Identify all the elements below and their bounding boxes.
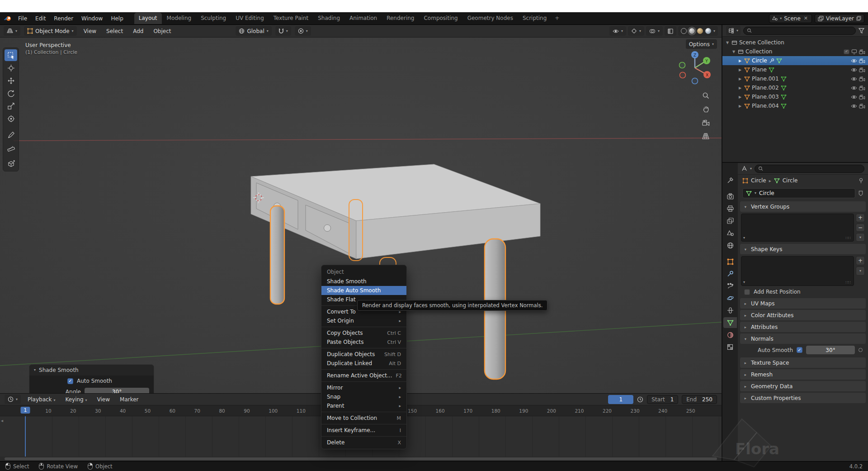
outliner-item-plane-003[interactable]: ▶ Plane.003	[722, 92, 868, 101]
pan-hand-icon[interactable]	[700, 104, 712, 114]
specials-menu-icon[interactable]: ▾	[856, 233, 865, 242]
scale-tool[interactable]	[5, 100, 17, 112]
section-uv-maps[interactable]: ▸ UV Maps	[740, 298, 866, 309]
tab-sculpting[interactable]: Sculpting	[196, 13, 231, 24]
menu-item-mirror[interactable]: Mirror▸	[321, 383, 406, 392]
menu-marker[interactable]: Marker	[117, 395, 142, 404]
auto-smooth-angle-slider[interactable]: 30°	[806, 346, 855, 354]
menu-edit[interactable]: Edit	[32, 14, 49, 23]
viewport-visibility-icon[interactable]	[851, 49, 857, 54]
outliner-search-input[interactable]	[743, 27, 856, 35]
menu-select[interactable]: Select	[103, 27, 126, 36]
tab-animation[interactable]: Animation	[345, 13, 382, 24]
menu-view-timeline[interactable]: View	[94, 395, 113, 404]
tab-scene[interactable]	[723, 228, 737, 238]
tab-compositing[interactable]: Compositing	[419, 13, 462, 24]
menu-render[interactable]: Render	[50, 14, 77, 23]
operator-panel-header[interactable]: ▾ Shade Smooth	[29, 365, 154, 376]
zoom-icon[interactable]	[700, 90, 712, 101]
fake-user-shield-icon[interactable]	[858, 190, 863, 196]
close-icon[interactable]: ✕	[803, 15, 809, 21]
overlays-dropdown[interactable]: ▾	[646, 26, 663, 36]
expand-icon[interactable]: ▼	[731, 50, 736, 54]
start-frame-field[interactable]: Start1	[647, 395, 678, 404]
menu-object[interactable]: Object	[150, 27, 174, 36]
expand-icon[interactable]: ▶	[738, 104, 742, 108]
timeline-editor-type-button[interactable]: ▾	[5, 395, 21, 404]
expand-icon[interactable]: ▶	[738, 95, 742, 99]
current-frame-field[interactable]: 1	[608, 395, 633, 404]
hide-eye-icon[interactable]	[851, 77, 857, 81]
tab-constraints[interactable]	[723, 305, 737, 316]
gizmo-z-negative[interactable]	[692, 78, 698, 84]
hide-eye-icon[interactable]	[851, 68, 857, 72]
tab-material[interactable]	[723, 329, 737, 340]
section-geometry-data[interactable]: ▸ Geometry Data	[740, 381, 866, 391]
move-tool[interactable]	[5, 75, 17, 86]
end-frame-field[interactable]: End250	[682, 395, 717, 404]
properties-search-input[interactable]	[755, 165, 864, 173]
camera-view-icon[interactable]	[700, 117, 712, 128]
expand-icon[interactable]: ▶	[738, 86, 742, 90]
breadcrumb-object[interactable]: Circle	[751, 177, 766, 184]
menu-item-duplicate-objects[interactable]: Duplicate ObjectsShift D	[321, 350, 406, 359]
gizmos-dropdown[interactable]: ▾	[628, 26, 644, 36]
timeline-scrollbar[interactable]	[5, 457, 717, 460]
breadcrumb-data[interactable]: Circle	[783, 177, 798, 184]
menu-item-snap[interactable]: Snap▸	[321, 392, 406, 401]
outliner-item-collection[interactable]: ▼ Collection ✓	[722, 47, 868, 56]
keyframe-decorator-icon[interactable]	[859, 348, 863, 352]
navigation-gizmo[interactable]: Z Y X	[676, 49, 714, 87]
editor-type-button[interactable]: ▾	[4, 26, 20, 36]
mesh-data-icon[interactable]	[774, 178, 780, 183]
tab-layout[interactable]: Layout	[134, 13, 162, 24]
menu-item-set-origin[interactable]: Set Origin▸	[321, 316, 406, 325]
add-icon[interactable]: +	[856, 214, 865, 222]
add-rest-position-checkbox[interactable]	[744, 289, 750, 295]
shape-keys-list[interactable]: ▾∷∷	[741, 256, 854, 286]
disable-render-icon[interactable]	[859, 67, 865, 72]
mode-dropdown[interactable]: Object Mode ▾	[24, 26, 77, 36]
disable-render-icon[interactable]	[859, 104, 865, 109]
expand-icon[interactable]: ▶	[738, 77, 742, 81]
disable-render-icon[interactable]	[859, 86, 865, 90]
disable-render-icon[interactable]	[859, 95, 865, 100]
filter-expand-icon[interactable]: ▾	[743, 236, 745, 240]
tab-particles[interactable]	[723, 281, 737, 291]
tab-world[interactable]	[723, 240, 737, 251]
menu-help[interactable]: Help	[107, 14, 127, 23]
tab-output[interactable]	[723, 203, 737, 214]
render-visibility-icon[interactable]	[859, 49, 865, 54]
tab-modeling[interactable]: Modeling	[162, 13, 196, 24]
rendered-shading-button[interactable]	[705, 28, 711, 34]
expand-icon[interactable]: ▶	[738, 59, 742, 63]
tab-geometry-nodes[interactable]: Geometry Nodes	[463, 13, 518, 24]
outliner-item-circle[interactable]: ▶ Circle	[722, 56, 868, 65]
annotate-tool[interactable]	[5, 129, 17, 141]
vertex-groups-list[interactable]: ▾∷∷	[741, 214, 854, 242]
scene-selector[interactable]: ▾ Scene ✕	[769, 14, 812, 23]
outliner-item-plane-001[interactable]: ▶ Plane.001	[722, 74, 868, 83]
menu-item-move-to-collection[interactable]: Move to CollectionM	[321, 414, 406, 423]
add-workspace-button[interactable]: +	[552, 13, 562, 24]
show-gizmo-dropdown[interactable]: ▾	[609, 26, 626, 36]
hide-eye-icon[interactable]	[851, 59, 857, 63]
tab-texture-paint[interactable]: Texture Paint	[269, 13, 313, 24]
outliner-editor-type-button[interactable]: ▾	[726, 26, 741, 35]
menu-item-delete[interactable]: DeleteX	[321, 438, 406, 447]
options-button[interactable]: Options ▾	[686, 39, 717, 49]
properties-editor-icon[interactable]	[741, 166, 747, 171]
menu-view[interactable]: View	[80, 27, 99, 36]
specials-menu-icon[interactable]: ▾	[856, 266, 865, 276]
tab-rendering[interactable]: Rendering	[382, 13, 419, 24]
expand-icon[interactable]: ▼	[725, 41, 730, 45]
operator-panel[interactable]: ▾ Shade Smooth ✓ Auto Smooth Angle 30°	[29, 364, 154, 393]
transform-orientation-dropdown[interactable]: Global ▾	[236, 26, 271, 36]
menu-keying[interactable]: Keying ▾	[62, 395, 90, 404]
region-toggle-arrow-icon[interactable]: ◂	[1, 418, 3, 423]
menu-item-insert-keyframe[interactable]: Insert Keyframe...I	[321, 426, 406, 435]
playhead-frame-label[interactable]: 1	[21, 407, 30, 414]
angle-slider[interactable]: 30°	[85, 388, 149, 394]
tab-physics[interactable]	[723, 293, 737, 304]
tab-scripting[interactable]: Scripting	[518, 13, 551, 24]
